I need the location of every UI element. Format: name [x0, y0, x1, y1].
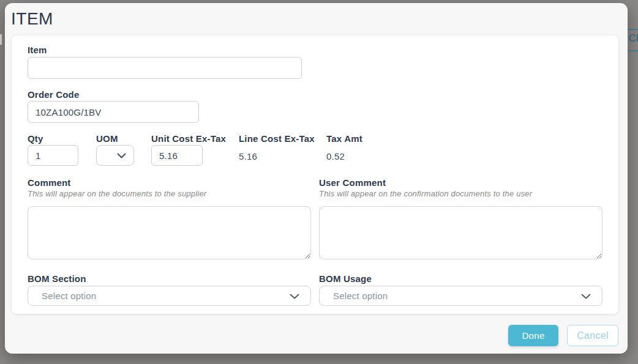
item-input[interactable]: [28, 57, 302, 79]
background-table-border: [628, 50, 638, 51]
line-cost-value: 5.16: [239, 151, 257, 162]
background-partial-link: Ch: [629, 33, 638, 44]
bom-usage-placeholder: Select option: [333, 291, 388, 301]
bom-section-select[interactable]: Select option: [28, 286, 311, 306]
bom-usage-label: BOM Usage: [319, 273, 372, 284]
order-code-input[interactable]: [28, 101, 199, 123]
bom-section-label: BOM Section: [28, 273, 86, 284]
qty-label: Qty: [28, 133, 43, 144]
comment-label: Comment: [28, 177, 71, 188]
item-dialog: ITEM Item Order Code Qty UOM Unit Cost E…: [5, 3, 628, 354]
line-cost-label: Line Cost Ex-Tax: [239, 133, 315, 144]
unit-cost-input[interactable]: [151, 145, 203, 166]
uom-label: UOM: [96, 133, 118, 144]
qty-input[interactable]: [28, 145, 78, 166]
done-button[interactable]: Done: [508, 325, 558, 346]
background-table-border: [628, 29, 638, 30]
chevron-down-icon: [290, 291, 299, 302]
comment-textarea[interactable]: [28, 206, 311, 259]
bom-section-placeholder: Select option: [42, 291, 96, 301]
tax-amt-value: 0.52: [326, 151, 345, 162]
background-edge-element: [0, 34, 2, 45]
bom-usage-select[interactable]: Select option: [319, 286, 602, 306]
user-comment-label: User Comment: [319, 177, 386, 188]
unit-cost-label: Unit Cost Ex-Tax: [151, 133, 226, 144]
comment-helper-text: This will appear on the documents to the…: [28, 189, 206, 198]
cancel-button[interactable]: Cancel: [567, 325, 618, 346]
dialog-title: ITEM: [11, 9, 53, 29]
order-code-label: Order Code: [28, 89, 80, 100]
user-comment-textarea[interactable]: [319, 206, 602, 259]
item-label: Item: [28, 45, 47, 55]
uom-select[interactable]: [96, 145, 134, 166]
user-comment-helper-text: This will appear on the confirmation doc…: [319, 189, 532, 198]
tax-amt-label: Tax Amt: [326, 133, 362, 144]
chevron-down-icon: [581, 291, 591, 302]
item-form-card: Item Order Code Qty UOM Unit Cost Ex-Tax…: [12, 35, 618, 314]
chevron-down-icon: [117, 150, 126, 161]
